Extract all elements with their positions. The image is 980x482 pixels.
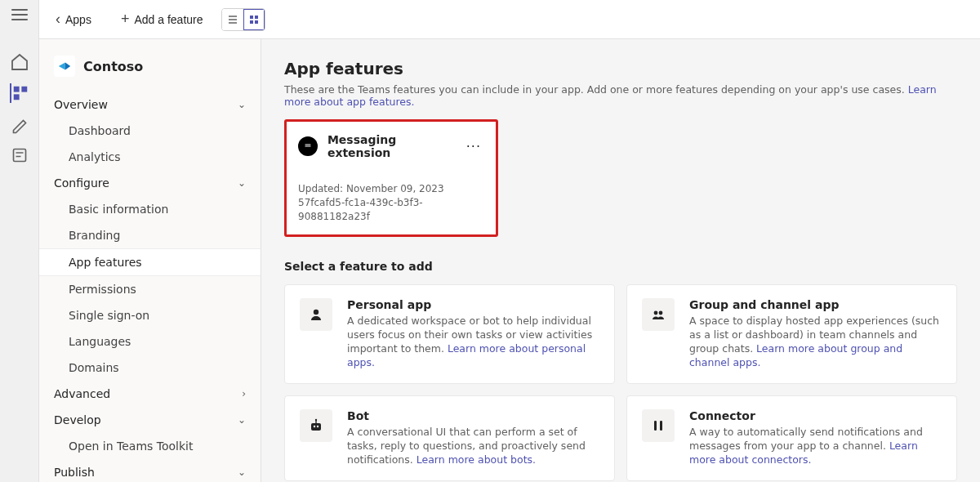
nav-item-analytics[interactable]: Analytics [39, 144, 261, 170]
feature-tile-title: Personal app [347, 298, 599, 311]
left-rail [0, 0, 39, 482]
chevron-down-icon: › [242, 388, 246, 399]
nav-section-label: Advanced [54, 387, 110, 400]
page-title: App features [284, 59, 957, 78]
list-view-button[interactable] [222, 9, 243, 30]
people-icon [642, 298, 675, 331]
existing-feature-updated: Updated: November 09, 2023 [298, 182, 484, 196]
org-header[interactable]: Contoso [39, 51, 261, 91]
svg-point-14 [315, 419, 317, 421]
apps-icon[interactable] [10, 83, 29, 103]
feature-tile-title: Group and channel app [689, 298, 942, 311]
back-button[interactable]: Apps [52, 10, 95, 29]
chevron-left-icon [56, 13, 60, 26]
svg-rect-3 [13, 150, 25, 162]
select-feature-heading: Select a feature to add [284, 260, 957, 273]
feature-tile-link[interactable]: Learn more about personal apps. [347, 342, 586, 368]
svg-rect-0 [13, 87, 19, 92]
page-subtitle-text: These are the Teams features you can inc… [284, 83, 905, 96]
add-feature-label: Add a feature [134, 13, 203, 26]
feature-tile-bot[interactable]: BotA conversational UI that can perform … [284, 395, 615, 481]
add-feature-button[interactable]: Add a feature [118, 10, 207, 29]
edit-icon[interactable] [10, 114, 29, 134]
nav-section-label: Configure [54, 176, 109, 190]
svg-rect-16 [660, 421, 662, 431]
toolbar: Apps Add a feature [39, 0, 980, 39]
svg-rect-7 [255, 20, 258, 24]
nav-item-single-sign-on[interactable]: Single sign-on [39, 302, 261, 328]
plus-icon [121, 13, 130, 26]
nav-item-languages[interactable]: Languages [39, 328, 261, 355]
messaging-extension-icon [298, 136, 318, 156]
org-logo-icon [54, 56, 75, 77]
svg-rect-2 [13, 94, 19, 100]
chevron-down-icon: ⌄ [238, 466, 246, 478]
feature-tile-link[interactable]: Learn more about bots. [416, 453, 536, 466]
main-content: App features These are the Teams feature… [261, 39, 980, 482]
svg-rect-4 [250, 16, 253, 19]
svg-rect-1 [21, 87, 27, 92]
svg-point-8 [314, 310, 318, 315]
svg-point-10 [659, 311, 663, 315]
view-toggle [221, 8, 265, 31]
nav-section-label: Overview [54, 98, 108, 111]
nav-section-publish[interactable]: Publish⌄ [39, 459, 261, 482]
more-options-button[interactable]: ··· [463, 139, 484, 154]
form-icon[interactable] [10, 145, 29, 165]
nav-item-dashboard[interactable]: Dashboard [39, 118, 261, 144]
hamburger-icon[interactable] [10, 5, 29, 25]
feature-tile-desc: A way to automatically send notification… [689, 426, 942, 467]
existing-feature-id: 57fcafd5-fc1a-439c-b3f3-90881182a23f [298, 196, 484, 224]
nav-section-configure[interactable]: Configure⌄ [39, 170, 261, 196]
nav-section-label: Publish [54, 466, 95, 479]
svg-rect-15 [654, 421, 657, 431]
page: Apps Add a feature Contoso Overview⌄Dash… [39, 0, 980, 482]
plug-icon [642, 409, 675, 442]
nav-item-open-in-teams-toolkit[interactable]: Open in Teams Toolkit [39, 433, 261, 459]
existing-feature-title: Messaging extension [327, 133, 463, 159]
nav-section-label: Develop [54, 413, 101, 426]
chevron-down-icon: ⌄ [238, 177, 246, 189]
back-label: Apps [65, 13, 91, 26]
bot-icon [300, 409, 332, 442]
sidebar: Contoso Overview⌄DashboardAnalyticsConfi… [39, 39, 261, 482]
org-name: Contoso [83, 59, 143, 74]
feature-grid: Personal appA dedicated workspace or bot… [284, 284, 957, 482]
svg-rect-6 [250, 20, 253, 24]
feature-tile-link[interactable]: Learn more about group and channel apps. [689, 342, 902, 368]
feature-tile-group-and-channel-app[interactable]: Group and channel appA space to display … [626, 284, 957, 384]
page-subtitle: These are the Teams features you can inc… [284, 83, 957, 108]
existing-feature-card[interactable]: Messaging extension ··· Updated: Novembe… [284, 119, 498, 237]
home-icon[interactable] [10, 52, 29, 72]
feature-tile-title: Bot [347, 409, 599, 422]
svg-point-13 [317, 426, 318, 427]
grid-view-button[interactable] [243, 9, 265, 30]
nav-section-develop[interactable]: Develop⌄ [39, 407, 261, 433]
person-icon [300, 298, 332, 331]
nav-item-basic-information[interactable]: Basic information [39, 196, 261, 222]
svg-point-12 [314, 426, 315, 427]
svg-rect-11 [311, 423, 321, 431]
feature-tile-link[interactable]: Learn more about connectors. [689, 440, 918, 466]
svg-point-9 [654, 311, 658, 315]
chevron-down-icon: ⌄ [238, 414, 246, 426]
nav-section-overview[interactable]: Overview⌄ [39, 91, 261, 118]
feature-tile-title: Connector [689, 409, 942, 422]
feature-tile-connector[interactable]: ConnectorA way to automatically send not… [626, 395, 957, 481]
nav-item-branding[interactable]: Branding [39, 222, 261, 248]
feature-tile-desc: A space to display hosted app experience… [689, 315, 942, 370]
nav-item-permissions[interactable]: Permissions [39, 276, 261, 302]
feature-tile-desc: A dedicated workspace or bot to help ind… [347, 315, 599, 370]
nav-item-domains[interactable]: Domains [39, 355, 261, 381]
chevron-down-icon: ⌄ [238, 99, 246, 110]
nav-section-advanced[interactable]: Advanced› [39, 381, 261, 407]
svg-rect-5 [255, 16, 258, 19]
feature-tile-personal-app[interactable]: Personal appA dedicated workspace or bot… [284, 284, 615, 384]
feature-tile-desc: A conversational UI that can perform a s… [347, 426, 599, 467]
nav-item-app-features[interactable]: App features [39, 248, 261, 276]
